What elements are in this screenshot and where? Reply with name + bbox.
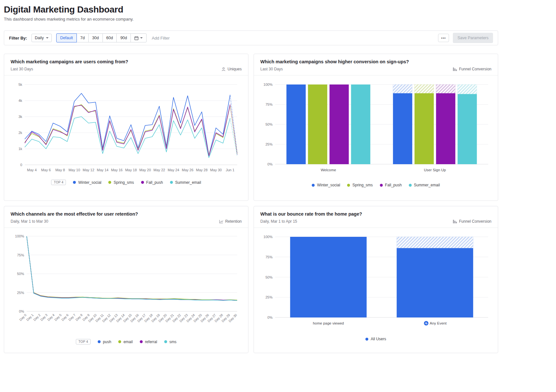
legend-item-Winter_social[interactable]: Winter_social	[312, 183, 340, 187]
card-header: Which channels are the most effective fo…	[4, 206, 248, 228]
chart-date-range: Last 30 Days	[260, 67, 409, 71]
save-parameters-button[interactable]: Save Parameters	[453, 33, 493, 43]
legend-item-Summer_email[interactable]: Summer_email	[409, 183, 440, 187]
chart-legend: TOP 4pushemailreferralsms	[10, 339, 242, 344]
legend-item-Fall_push[interactable]: Fall_push	[141, 180, 163, 185]
line-email[interactable]	[27, 236, 237, 300]
x-tick-label: May 6	[41, 168, 51, 172]
bar-All Users-Any Event[interactable]	[397, 248, 473, 317]
add-filter-button[interactable]: Add Filter	[151, 34, 170, 42]
y-tick-label: 2k	[18, 131, 22, 135]
legend-label: Summer_email	[414, 183, 440, 187]
legend-label: Summer_email	[175, 180, 201, 185]
legend-item-All Users[interactable]: All Users	[365, 337, 386, 341]
category-label: User Sign Up	[424, 168, 446, 172]
filter-bar: Filter By: Daily Default 7d 30d 60d 90d …	[4, 31, 498, 45]
bar-All Users-home page viewed[interactable]	[290, 237, 367, 317]
legend-dot	[312, 184, 315, 187]
legend-dot	[347, 184, 350, 187]
range-button-60d[interactable]: 60d	[103, 33, 117, 42]
category-label: Any Event	[430, 321, 447, 325]
y-tick-label: 1k	[18, 147, 22, 151]
interval-dropdown[interactable]: Daily	[31, 34, 52, 42]
uniques-icon	[221, 67, 226, 71]
y-tick-label: 50%	[265, 122, 273, 126]
y-tick-label: 50%	[265, 275, 273, 279]
bar-Winter_social-Welcome[interactable]	[286, 85, 306, 164]
x-tick-label: Day 4	[47, 313, 55, 322]
x-tick-label: May 4	[27, 168, 37, 172]
x-tick-label: Day 0	[19, 313, 27, 322]
range-button-90d[interactable]: 90d	[116, 33, 131, 42]
legend-dot	[380, 184, 383, 187]
retention-line-chart[interactable]: 0%25%50%75%100%Day 0Day 1Day 2Day 3Day 4…	[10, 232, 242, 338]
legend-item-Spring_sms[interactable]: Spring_sms	[347, 183, 372, 187]
card-campaign-uniques: Which marketing campaigns are users comi…	[4, 54, 248, 201]
range-button-7d[interactable]: 7d	[76, 33, 89, 42]
legend-dot	[170, 181, 173, 184]
x-tick-label: May 12	[83, 168, 94, 172]
range-button-30d[interactable]: 30d	[88, 33, 103, 42]
legend-label: All Users	[371, 337, 386, 341]
x-tick-label: Day 8	[75, 313, 84, 322]
legend-item-Spring_sms[interactable]: Spring_sms	[108, 180, 134, 185]
legend-item-email[interactable]: email	[118, 340, 133, 344]
chart-legend: TOP 4Winter_socialSpring_smsFall_pushSum…	[10, 180, 242, 185]
page-title: Digital Marketing Dashboard	[4, 4, 498, 15]
x-tick-label: Day 5	[54, 313, 62, 322]
bounce-funnel-chart[interactable]: 0%25%50%75%100%home page viewedAny Event	[260, 232, 492, 334]
legend-label: sms	[169, 340, 176, 344]
legend-item-Winter_social[interactable]: Winter_social	[73, 180, 101, 185]
line-Fall_push[interactable]	[25, 105, 230, 156]
filter-bar-actions: ••• Save Parameters	[438, 33, 493, 43]
card-bounce-rate: What is our bounce rate from the home pa…	[254, 206, 498, 353]
more-options-button[interactable]: •••	[438, 34, 449, 42]
line-sms[interactable]	[27, 236, 237, 300]
chart-title: Which marketing campaigns show higher co…	[260, 59, 409, 64]
bar-remainder-Winter_social	[393, 85, 412, 93]
chart-type-text: Funnel Conversion	[459, 219, 491, 224]
legend-label: email	[123, 340, 133, 344]
legend-dot	[108, 181, 111, 184]
line-Spring_sms[interactable]	[25, 105, 230, 156]
chart-title: What is our bounce rate from the home pa…	[260, 211, 362, 217]
legend-item-sms[interactable]: sms	[164, 340, 176, 344]
card-signup-conversion: Which marketing campaigns show higher co…	[254, 54, 498, 201]
bar-Fall_push-User Sign Up[interactable]	[436, 93, 455, 164]
legend-item-push[interactable]: push	[98, 340, 111, 344]
y-tick-label: 0%	[19, 309, 24, 313]
x-tick-label: May 28	[196, 168, 208, 172]
legend-label: Spring_sms	[352, 183, 372, 187]
line-Winter_social[interactable]	[25, 94, 230, 156]
card-header: Which marketing campaigns are users comi…	[4, 54, 248, 76]
card-body: 0%25%50%75%100%home page viewedAny Event…	[254, 228, 498, 341]
bar-Summer_email-Welcome[interactable]	[351, 85, 370, 164]
cards-grid: Which marketing campaigns are users comi…	[4, 54, 498, 366]
bar-remainder-All Users	[397, 237, 473, 248]
range-button-default[interactable]: Default	[56, 33, 77, 42]
y-tick-label: 0%	[267, 162, 273, 166]
bar-Winter_social-User Sign Up[interactable]	[393, 93, 412, 164]
legend-dot	[118, 340, 121, 343]
bar-Spring_sms-User Sign Up[interactable]	[415, 93, 434, 164]
calendar-icon	[134, 36, 139, 40]
line-referral[interactable]	[27, 236, 237, 300]
custom-date-range-button[interactable]	[130, 33, 147, 42]
card-header: Which marketing campaigns show higher co…	[254, 54, 498, 76]
bar-Spring_sms-Welcome[interactable]	[308, 85, 327, 164]
legend-item-referral[interactable]: referral	[140, 340, 157, 344]
x-tick-label: Day 7	[68, 313, 76, 322]
line-push[interactable]	[27, 236, 237, 300]
legend-dot	[140, 340, 143, 343]
top-n-badge: TOP 4	[51, 180, 66, 185]
campaigns-line-chart[interactable]: 01k2k3k4k5kMay 4May 6May 8May 10May 12Ma…	[10, 80, 242, 176]
legend-dot	[141, 181, 144, 184]
card-body: 0%25%50%75%100%WelcomeUser Sign Up Winte…	[254, 76, 498, 187]
legend-item-Summer_email[interactable]: Summer_email	[170, 180, 201, 185]
x-tick-label: Day 1	[26, 313, 34, 322]
signup-funnel-chart[interactable]: 0%25%50%75%100%WelcomeUser Sign Up	[260, 80, 492, 180]
bar-Fall_push-Welcome[interactable]	[329, 85, 349, 164]
legend-item-Fall_push[interactable]: Fall_push	[380, 183, 402, 187]
bar-Summer_email-User Sign Up[interactable]	[458, 94, 477, 164]
funnel-conversion-icon	[453, 219, 457, 224]
